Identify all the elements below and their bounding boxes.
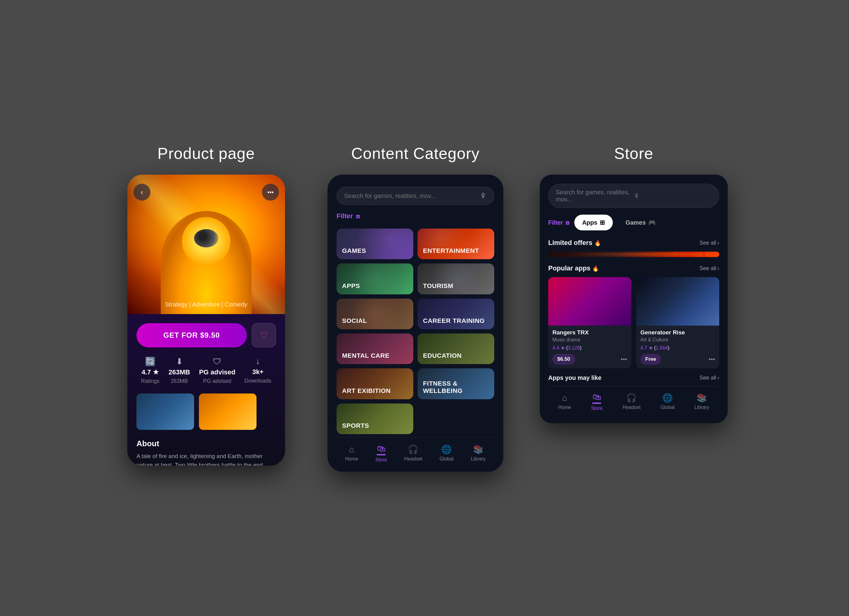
nav-headset[interactable]: 🎧 Headset (404, 445, 422, 462)
category-apps[interactable]: APPS (337, 263, 413, 294)
rangers-genre: Music drama (553, 337, 627, 342)
about-section: About A tale of fire and ice, lightening… (136, 439, 276, 466)
store-home-label: Home (558, 405, 571, 410)
category-mental-care[interactable]: MENTAL CARE (337, 333, 413, 364)
stat-rating: 🔄 4.7 ★ Ratings (141, 357, 159, 384)
content-bottom-nav: ⌂ Home 🛍 Store 🎧 Headset 🌐 Global (337, 437, 494, 466)
sports-label: SPORTS (342, 422, 369, 429)
generator-rating: 4.7 ★ (1,564) (640, 345, 715, 351)
stats-row: 🔄 4.7 ★ Ratings ⬇ 263MB 263MB 🛡 PG advis… (136, 357, 276, 384)
rating-label: Ratings (141, 378, 159, 384)
nav-global[interactable]: 🌐 Global (439, 445, 454, 462)
genre-tag: Strategy | Adventure | Comedy (165, 301, 247, 308)
apps-you-like-header: Apps you may like See all › (548, 374, 719, 381)
category-games[interactable]: GAMES (337, 229, 413, 259)
rangers-image (548, 277, 631, 326)
more-button[interactable]: ••• (262, 184, 279, 201)
star-icon: 🔄 (145, 357, 156, 366)
generator-genre: Art & Culture (640, 337, 715, 342)
fire-icon: 🔥 (594, 240, 601, 246)
mic-icon[interactable]: 🎙 (480, 192, 487, 200)
product-page-title: Product page (157, 144, 255, 162)
rangers-title: Rangers TRX (553, 329, 627, 336)
store-global-icon: 🌐 (662, 393, 673, 403)
buy-button[interactable]: GET FOR $9.50 (136, 323, 247, 347)
popular-see-all[interactable]: See all › (700, 265, 719, 272)
store-filter-button[interactable]: Filter ⧈ (548, 219, 569, 226)
nav-home[interactable]: ⌂ Home (345, 445, 358, 462)
apps-you-like-title: Apps you may like (548, 374, 602, 381)
store-nav-library[interactable]: 📚 Library (694, 393, 709, 410)
rating-value: 4.7 ★ (142, 368, 159, 376)
global-icon: 🌐 (441, 445, 452, 454)
store-search-bar[interactable]: Search for games, realities, mov... 🎙 (548, 184, 719, 208)
mental-overlay (337, 333, 413, 364)
about-text: A tale of fire and ice, lightening and E… (136, 452, 276, 466)
apps-label: APPS (342, 282, 360, 290)
size-value: 263MB (168, 368, 190, 376)
download-icon: ⬇ (176, 357, 183, 366)
category-tourism[interactable]: TOURISM (417, 263, 494, 294)
generator-footer: Free ••• (640, 354, 715, 365)
stat-rating-pg: 🛡 PG advised PG advised (199, 357, 235, 384)
games-label: GAMES (342, 247, 366, 254)
about-title: About (136, 439, 276, 448)
apps-overlay (337, 263, 413, 294)
apps-you-like-see-all[interactable]: See all › (700, 375, 719, 381)
category-career-training[interactable]: CAREER TRAINING (417, 299, 494, 329)
nav-library[interactable]: 📚 Library (471, 445, 486, 462)
store-filter-icon: ⧈ (566, 219, 569, 226)
generator-more-button[interactable]: ••• (709, 356, 715, 363)
rangers-rating: 4.4 ★ (3,128) (553, 345, 627, 351)
limited-offers-banner[interactable]: ROG (548, 251, 719, 257)
store-tabs: Filter ⧈ Apps ⊞ Games 🎮 (548, 215, 719, 231)
category-sports[interactable]: SPORTS (337, 403, 413, 434)
library-icon: 📚 (473, 445, 484, 454)
chevron-right-icon: › (717, 240, 719, 246)
education-overlay (417, 333, 494, 364)
tourism-overlay (417, 263, 494, 294)
screenshots-row (136, 393, 276, 430)
popular-apps-header: Popular apps 🔥 See all › (548, 264, 719, 272)
limited-see-all[interactable]: See all › (700, 240, 719, 246)
limited-offers-title: Limited offers 🔥 (548, 239, 601, 247)
store-nav-global[interactable]: 🌐 Global (660, 393, 674, 410)
art-label: ART EXIBITION (342, 387, 391, 394)
category-art-exhibition[interactable]: ART EXIBITION (337, 368, 413, 399)
global-label: Global (439, 456, 454, 462)
store-nav-store[interactable]: 🛍 Store (591, 392, 602, 411)
nav-store[interactable]: 🛍 Store (375, 443, 387, 463)
screenshot-2[interactable] (199, 393, 256, 430)
mental-label: MENTAL CARE (342, 352, 389, 359)
store-library-label: Library (694, 405, 709, 410)
tab-apps[interactable]: Apps ⊞ (574, 215, 613, 231)
store-mic-icon[interactable]: 🎙 (634, 192, 712, 199)
back-button[interactable]: ‹ (133, 184, 150, 201)
tab-games[interactable]: Games 🎮 (618, 215, 664, 231)
screenshot-1[interactable] (136, 393, 194, 430)
category-education[interactable]: EDUCATION (417, 333, 494, 364)
favorite-button[interactable]: ♡ (252, 323, 276, 347)
store-bottom-nav: ⌂ Home 🛍 Store 🎧 Headset 🌐 Global (548, 386, 719, 414)
filter-button[interactable]: Filter ⧈ (337, 212, 360, 220)
app-card-generator[interactable]: Generatoer Rise Art & Culture 4.7 ★ (1,5… (636, 277, 719, 368)
headset-icon: 🎧 (408, 445, 419, 454)
app-card-rangers[interactable]: Rangers TRX Music drama 4.4 ★ (3,128) $6… (548, 277, 631, 368)
category-social[interactable]: SOCIAL (337, 299, 413, 329)
search-bar[interactable]: 🎙 (337, 187, 494, 205)
store-nav-headset[interactable]: 🎧 Headset (623, 393, 641, 410)
categories-grid: GAMES ENTERTAINMENT APPS TOURISM (337, 229, 494, 434)
popular-chevron-icon: › (717, 265, 719, 272)
store-headset-label: Headset (623, 405, 641, 410)
rangers-more-button[interactable]: ••• (621, 356, 627, 363)
category-fitness[interactable]: FITNESS & WELLBEING (417, 368, 494, 399)
nav-active-indicator (377, 454, 386, 455)
search-input[interactable] (344, 192, 480, 199)
phone-product: ‹ ••• Strategy | Adventure | Comedy GET … (127, 175, 285, 466)
category-entertainment[interactable]: ENTERTAINMENT (417, 229, 494, 259)
store-library-icon: 📚 (697, 393, 707, 403)
generator-body: Generatoer Rise Art & Culture 4.7 ★ (1,5… (636, 326, 719, 368)
rangers-price[interactable]: $6.50 (553, 354, 575, 365)
generator-price[interactable]: Free (640, 354, 661, 365)
store-nav-home[interactable]: ⌂ Home (558, 393, 571, 410)
